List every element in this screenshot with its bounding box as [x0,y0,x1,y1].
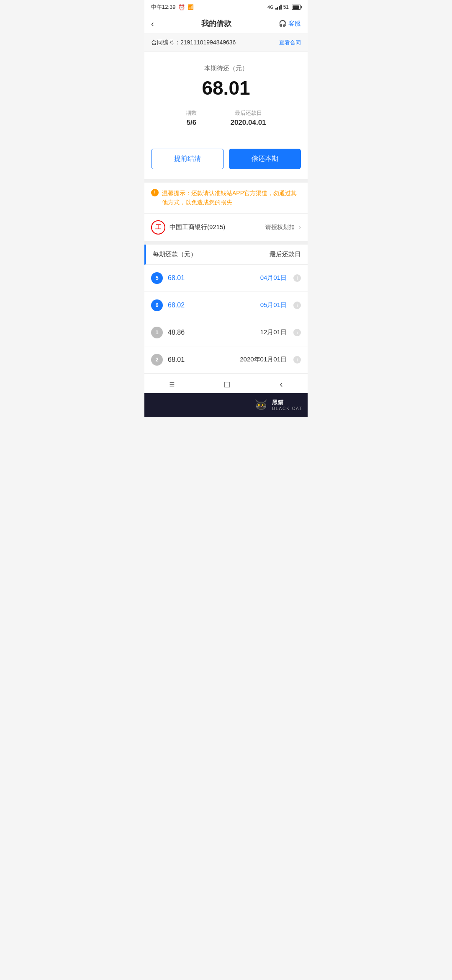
customer-service-button[interactable]: 🎧 客服 [279,20,301,28]
table-rows: 5 68.01 04月01日 i 6 68.02 05月01日 i 1 48.8… [144,265,308,374]
bank-auth-text: 请授权划扣 [265,224,295,231]
contract-bar: 合同编号：21911101994849636 查看合同 [144,34,308,52]
period-label: 期数 [186,109,197,117]
table-header-left: 每期还款（元） [153,250,197,258]
svg-point-8 [263,404,264,406]
info-button[interactable]: i [293,302,301,309]
repay-now-button[interactable]: 偿还本期 [229,149,301,169]
row-amount: 68.01 [168,356,235,364]
row-amount: 68.01 [168,274,255,282]
headphone-icon: 🎧 [279,20,287,27]
period-info: 期数 5/6 [186,109,197,127]
menu-button[interactable]: ≡ [169,379,175,390]
table-header: 每期还款（元） 最后还款日 [144,245,308,265]
early-repay-button[interactable]: 提前结清 [151,149,224,169]
due-date-value: 2020.04.01 [230,119,266,127]
table-row: 5 68.01 04月01日 i [144,265,308,292]
period-badge: 5 [151,272,163,284]
svg-point-7 [259,404,259,406]
row-date: 12月01日 [260,328,287,336]
table-header-right: 最后还款日 [270,250,301,258]
amount-section: 本期待还（元） 68.01 期数 5/6 最后还款日 2020.04.01 [144,52,308,149]
status-bar-left: 中午12:39 ⏰ 📶 [151,3,194,11]
row-amount: 48.86 [168,329,255,336]
warning-icon: ! [151,189,159,196]
svg-point-2 [257,402,265,409]
cat-svg-icon [253,397,270,413]
cat-logo: 黑猫 BLACK CAT [253,397,303,413]
chevron-right-icon: › [299,224,301,231]
bottom-nav: ≡ □ ‹ [144,374,308,393]
period-badge: 6 [151,299,163,311]
back-button[interactable]: ‹ [151,19,154,28]
contract-label: 合同编号：21911101994849636 [151,39,236,46]
status-bar-right: 4G 51 [267,4,301,10]
svg-point-9 [261,406,262,407]
repayment-table: 每期还款（元） 最后还款日 5 68.01 04月01日 i 6 68.02 0… [144,245,308,374]
info-button[interactable]: i [293,356,301,364]
period-value: 5/6 [186,119,197,127]
black-cat-label: 黑猫 [272,399,303,406]
due-date-label: 最后还款日 [230,109,266,117]
black-cat-sublabel: BLACK CAT [272,406,303,411]
bank-row[interactable]: 工 中国工商银行(9215) 请授权划扣 › [144,214,308,245]
status-time: 中午12:39 [151,3,176,11]
network-label: 4G [267,5,274,10]
period-badge: 2 [151,354,163,366]
period-badge: 1 [151,327,163,338]
warning-banner: ! 温馨提示：还款请认准钱站APP官方渠道，勿通过其他方式，以免造成您的损失 [144,183,308,214]
warning-text: 温馨提示：还款请认准钱站APP官方渠道，勿通过其他方式，以免造成您的损失 [162,188,301,207]
row-date: 04月01日 [260,274,287,282]
black-cat-watermark: 黑猫 BLACK CAT [144,393,308,417]
status-bar: 中午12:39 ⏰ 📶 4G 51 [144,0,308,13]
info-row: 期数 5/6 最后还款日 2020.04.01 [153,109,299,127]
alarm-icon: ⏰ [178,4,185,10]
bank-name: 中国工商银行(9215) [170,223,261,231]
sim-icon: 📶 [187,4,194,10]
table-row: 1 48.86 12月01日 i [144,319,308,346]
service-label: 客服 [288,20,301,28]
section-divider-1 [144,179,308,183]
amount-value: 68.01 [153,77,299,99]
row-date: 05月01日 [260,301,287,309]
battery-icon [292,5,301,10]
battery-level: 51 [283,4,289,10]
nav-bar: ‹ 我的借款 🎧 客服 [144,13,308,34]
info-button[interactable]: i [293,329,301,336]
due-date-info: 最后还款日 2020.04.01 [230,109,266,127]
signal-bars [275,5,282,10]
view-contract-link[interactable]: 查看合同 [279,39,301,46]
row-amount: 68.02 [168,302,255,309]
action-buttons: 提前结清 偿还本期 [144,149,308,179]
page-title: 我的借款 [201,18,231,28]
row-date: 2020年01月01日 [240,356,287,364]
bank-icon: 工 [151,220,165,235]
table-row: 2 68.01 2020年01月01日 i [144,346,308,374]
amount-label: 本期待还（元） [153,64,299,72]
table-row: 6 68.02 05月01日 i [144,292,308,319]
info-button[interactable]: i [293,274,301,282]
home-button[interactable]: □ [224,379,230,390]
back-nav-button[interactable]: ‹ [280,379,282,390]
